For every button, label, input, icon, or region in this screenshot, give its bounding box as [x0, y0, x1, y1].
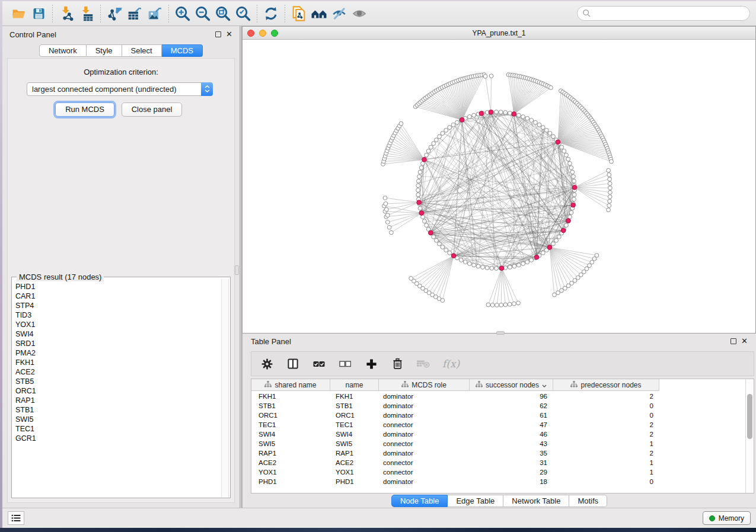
cell-MCDS-role: dominator [379, 401, 470, 411]
table-row[interactable]: SWI4SWI4dominator462 [251, 430, 746, 439]
control-panel-tabs: NetworkStyleSelectMCDS [2, 44, 240, 57]
column-header-filler [659, 379, 746, 391]
optimization-criterion-select[interactable]: largest connected component (undirected) [27, 82, 213, 96]
apply-layout-icon[interactable] [261, 4, 281, 23]
mcds-list-item[interactable]: SWI5 [15, 415, 221, 424]
mcds-list-item[interactable]: PHD1 [15, 282, 221, 291]
table-scrollbar-thumb[interactable] [747, 394, 752, 439]
column-header-name[interactable]: name [330, 379, 379, 391]
toolbar-separator [52, 5, 53, 23]
table-row[interactable]: PHD1PHD1dominator180 [251, 477, 746, 486]
cell-name: SWI4 [330, 430, 379, 439]
network-canvas[interactable] [243, 40, 755, 333]
toolbar-separator [100, 5, 101, 23]
open-session-icon[interactable] [8, 4, 28, 23]
table-row[interactable]: STB1STB1dominator620 [251, 401, 746, 411]
run-mcds-button[interactable]: Run MCDS [55, 102, 114, 117]
table-panel-title: Table Panel [251, 337, 291, 346]
table-toolbar: f(x) [251, 351, 754, 376]
memory-button[interactable]: Memory [703, 511, 751, 525]
float-panel-icon[interactable] [215, 31, 221, 37]
mcds-list-item[interactable]: SRD1 [15, 339, 221, 348]
mcds-list-item[interactable]: SWI4 [15, 329, 221, 339]
import-network-icon[interactable] [56, 4, 76, 23]
mcds-list-scrollbar[interactable] [221, 279, 229, 497]
column-header-MCDS-role[interactable]: MCDS role [379, 379, 470, 391]
mcds-list-item[interactable]: ACE2 [15, 367, 221, 377]
zoom-in-icon[interactable] [173, 4, 193, 23]
close-panel-icon[interactable]: ✕ [741, 338, 748, 344]
add-column-icon[interactable] [364, 357, 378, 371]
close-panel-icon[interactable]: ✕ [226, 31, 232, 37]
import-table-icon[interactable] [76, 4, 97, 23]
hide-selected-icon[interactable] [329, 4, 349, 23]
cell-predecessor-nodes: 1 [553, 458, 659, 467]
mcds-list-item[interactable]: STB1 [15, 405, 221, 415]
mcds-list-item[interactable]: CAR1 [15, 291, 221, 301]
table-scrollbar[interactable] [745, 380, 753, 493]
show-panels-list-button[interactable] [8, 511, 24, 525]
close-panel-button[interactable]: Close panel [122, 102, 182, 117]
show-all-icon[interactable] [349, 4, 369, 23]
table-row[interactable]: SWI5SWI5connector431 [251, 439, 746, 448]
tab-motifs[interactable]: Motifs [569, 495, 607, 507]
node-table: shared namenameMCDS rolesuccessor nodesp… [251, 379, 754, 493]
show-columns-icon[interactable] [286, 357, 300, 371]
select-stepper-icon [201, 82, 213, 96]
zoom-out-icon[interactable] [193, 4, 213, 23]
tab-edge-table[interactable]: Edge Table [448, 495, 503, 507]
tab-mcds[interactable]: MCDS [162, 44, 203, 57]
mcds-list-item[interactable]: STB5 [15, 377, 221, 386]
mcds-list-item[interactable]: STP4 [15, 301, 221, 310]
tab-node-table[interactable]: Node Table [391, 495, 448, 507]
mcds-list-item[interactable]: GCR1 [15, 434, 221, 443]
export-table-icon[interactable] [125, 4, 145, 23]
tab-network[interactable]: Network [39, 44, 87, 57]
cell-MCDS-role: connector [379, 467, 470, 477]
export-network-icon[interactable] [104, 4, 125, 23]
table-options-gear-icon[interactable] [260, 357, 274, 371]
table-row[interactable]: RAP1RAP1dominator352 [251, 448, 746, 458]
column-header-successor-nodes[interactable]: successor nodes [470, 379, 553, 391]
mcds-list-item[interactable]: YOX1 [15, 320, 221, 329]
new-network-from-selection-icon[interactable] [289, 4, 309, 23]
cell-shared-name: RAP1 [251, 448, 330, 458]
float-panel-icon[interactable] [731, 338, 736, 344]
table-panel: Table Panel ✕ [242, 334, 756, 508]
column-header-predecessor-nodes[interactable]: predecessor nodes [553, 379, 659, 391]
table-row[interactable]: TEC1TEC1connector472 [251, 420, 746, 430]
select-all-icon[interactable] [312, 357, 326, 371]
delete-column-icon[interactable] [390, 357, 404, 371]
mcds-list-item[interactable]: ORC1 [15, 386, 221, 396]
tab-select[interactable]: Select [122, 44, 162, 57]
zoom-selected-icon[interactable] [233, 4, 253, 23]
tab-style[interactable]: Style [87, 44, 122, 57]
cytoscape-window: Control Panel ✕ NetworkStyleSelectMCDS O… [2, 1, 756, 528]
table-panel-header: Table Panel ✕ [243, 334, 756, 349]
cell-successor-nodes: 46 [470, 430, 553, 439]
zoom-fit-icon[interactable] [213, 4, 233, 23]
vertical-splitter-grip[interactable] [235, 265, 239, 275]
mcds-list-item[interactable]: FKH1 [15, 358, 221, 367]
cell-shared-name: ORC1 [251, 411, 330, 420]
network-view-panel: YPA_prune.txt_1 [242, 26, 756, 334]
table-row[interactable]: FKH1FKH1dominator962 [251, 392, 746, 401]
search-input[interactable] [577, 6, 750, 21]
mcds-list-item[interactable]: TID3 [15, 310, 221, 320]
table-row[interactable]: YOX1YOX1connector291 [251, 467, 746, 477]
cell-MCDS-role: dominator [379, 392, 470, 401]
table-row[interactable]: ORC1ORC1dominator610 [251, 411, 746, 420]
first-neighbors-icon[interactable] [309, 4, 329, 23]
export-image-icon[interactable] [145, 4, 165, 23]
column-header-shared-name[interactable]: shared name [251, 379, 330, 391]
tab-network-table[interactable]: Network Table [503, 495, 569, 507]
mcds-list-item[interactable]: TEC1 [15, 424, 221, 434]
mcds-list-item[interactable]: RAP1 [15, 396, 221, 405]
deselect-all-icon[interactable] [338, 357, 352, 371]
mcds-result-list[interactable]: PHD1CAR1STP4TID3YOX1SWI4SRD1PMA2FKH1ACE2… [12, 281, 221, 496]
save-session-icon[interactable] [28, 4, 49, 23]
mcds-list-item[interactable]: PMA2 [15, 348, 221, 358]
column-label: name [345, 381, 363, 389]
cell-predecessor-nodes: 0 [553, 401, 659, 411]
table-row[interactable]: ACE2ACE2connector311 [251, 458, 746, 467]
